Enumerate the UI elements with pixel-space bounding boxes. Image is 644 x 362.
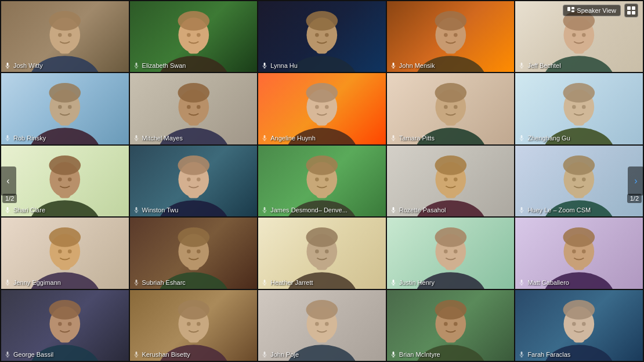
gallery-view-button[interactable] — [624, 3, 638, 17]
svg-point-149 — [197, 249, 201, 254]
participant-name-label: Brian McIntyre — [389, 350, 440, 359]
microphone-icon — [389, 206, 397, 214]
participant-name: Elizabeth Swan — [142, 62, 186, 69]
svg-point-12 — [178, 11, 209, 31]
svg-point-113 — [325, 178, 329, 182]
svg-point-131 — [582, 178, 586, 182]
svg-point-194 — [197, 322, 201, 326]
svg-point-210 — [435, 300, 466, 320]
svg-point-102 — [178, 155, 209, 175]
svg-point-221 — [582, 322, 586, 326]
svg-point-148 — [187, 249, 191, 254]
svg-rect-227 — [571, 10, 574, 12]
svg-point-158 — [325, 249, 329, 254]
svg-point-4 — [58, 33, 62, 37]
svg-point-103 — [187, 178, 191, 182]
participant-name-label: Elizabeth Swan — [132, 61, 186, 70]
microphone-muted-icon — [261, 206, 269, 214]
participant-name-label: Farah Faraclas — [518, 350, 570, 359]
participant-name-label: George Bassil — [3, 350, 53, 359]
participant-name: Farah Faraclas — [527, 351, 570, 358]
svg-rect-226 — [571, 7, 574, 9]
participant-name-label: Subriah Esharc — [132, 278, 186, 287]
participant-name-label: Winston Twu — [132, 206, 179, 214]
video-cell: John Mensik — [387, 1, 515, 72]
microphone-icon — [261, 61, 269, 70]
participant-name: Rozette Pasahol — [399, 207, 446, 213]
video-cell: Lynna Hu — [258, 1, 386, 72]
speaker-view-button[interactable]: Speaker View — [563, 5, 621, 16]
participant-name: Mitchel Mayes — [142, 135, 183, 142]
svg-point-174 — [563, 227, 595, 247]
participant-name: James Desmond– Denve... — [270, 207, 348, 213]
svg-point-138 — [49, 227, 81, 247]
svg-rect-78 — [392, 135, 394, 139]
microphone-muted-icon — [3, 134, 12, 142]
svg-rect-123 — [392, 207, 394, 211]
microphone-muted-icon — [389, 134, 397, 142]
video-cell: Mitchel Mayes — [130, 73, 258, 144]
svg-point-219 — [563, 300, 595, 320]
svg-point-167 — [454, 249, 458, 254]
svg-point-58 — [187, 105, 191, 109]
video-cell: Angeline Huynh — [258, 73, 386, 144]
participant-name-label: Rob Rinsky — [3, 134, 46, 142]
svg-point-203 — [325, 322, 329, 326]
microphone-muted-icon — [261, 134, 269, 142]
svg-point-94 — [58, 178, 62, 182]
page-indicator-left: 1/2 — [2, 194, 17, 203]
participant-name-label: Zhenghang Gu — [518, 134, 570, 142]
svg-point-122 — [454, 178, 458, 182]
svg-point-93 — [49, 155, 81, 175]
participant-name-label: John Poje — [261, 350, 299, 359]
svg-point-5 — [68, 33, 72, 37]
svg-point-212 — [454, 322, 458, 326]
participant-name: Zhenghang Gu — [527, 135, 570, 142]
video-cell: Zhenghang Gu — [515, 73, 643, 144]
video-cell: Josh Witty — [1, 1, 129, 72]
svg-point-76 — [444, 105, 448, 109]
next-page-button[interactable]: › — [628, 166, 644, 196]
svg-point-75 — [435, 83, 466, 103]
video-cell: Winston Twu — [130, 146, 258, 216]
microphone-muted-icon — [518, 278, 526, 287]
svg-rect-204 — [264, 352, 266, 355]
participant-name: Matt Caballero — [527, 279, 569, 286]
svg-rect-51 — [7, 135, 9, 139]
svg-point-111 — [306, 155, 338, 175]
svg-point-166 — [444, 249, 448, 254]
microphone-muted-icon — [261, 278, 269, 287]
video-cell: Brian McIntyre — [387, 290, 515, 361]
svg-rect-141 — [7, 280, 9, 283]
svg-point-14 — [197, 33, 201, 37]
svg-point-48 — [49, 83, 81, 103]
svg-rect-159 — [264, 280, 266, 283]
svg-point-21 — [306, 11, 338, 31]
right-arrow-icon: › — [634, 176, 637, 186]
svg-point-104 — [197, 178, 201, 182]
svg-rect-105 — [135, 207, 137, 211]
svg-point-77 — [454, 105, 458, 109]
prev-page-button[interactable]: ‹ — [0, 166, 16, 196]
participant-name: Brian McIntyre — [399, 351, 440, 358]
microphone-icon — [3, 61, 12, 70]
video-cell: Farah Faraclas — [515, 290, 643, 361]
svg-rect-225 — [567, 7, 570, 11]
participant-name-label: Mitchel Mayes — [132, 134, 183, 142]
svg-point-176 — [582, 249, 586, 254]
svg-rect-231 — [632, 11, 635, 15]
microphone-icon — [389, 350, 397, 359]
microphone-muted-icon — [518, 350, 526, 359]
participant-name-label: Jenny Eggimann — [3, 278, 61, 287]
svg-point-40 — [572, 33, 576, 37]
microphone-muted-icon — [518, 134, 526, 142]
participant-name: John Mensik — [399, 62, 435, 69]
microphone-muted-icon — [132, 61, 140, 70]
microphone-muted-icon — [261, 350, 269, 359]
video-conference-grid: Josh Witty — [0, 0, 644, 362]
svg-point-130 — [572, 178, 576, 182]
microphone-muted-icon — [132, 278, 140, 287]
participant-name-label: Justin Henry — [389, 278, 435, 287]
participant-name-label: John Mensik — [389, 61, 435, 70]
svg-rect-60 — [135, 135, 137, 139]
